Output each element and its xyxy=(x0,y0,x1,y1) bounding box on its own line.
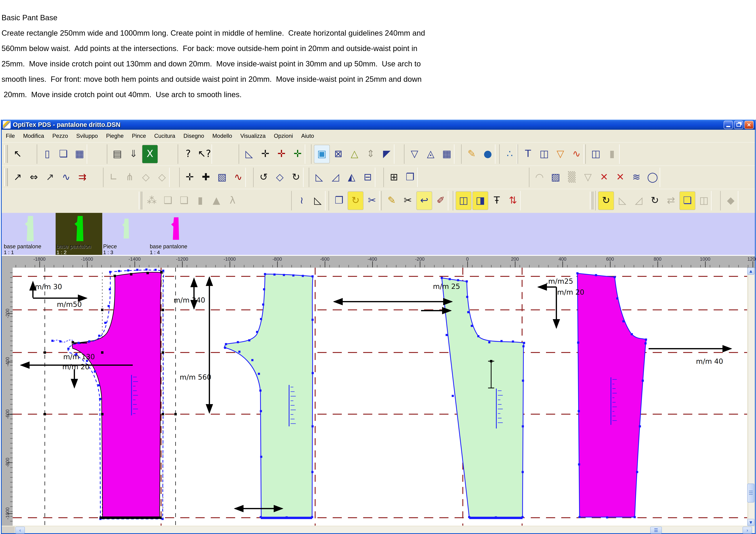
pencil-trace-icon[interactable]: ✎ xyxy=(384,192,399,210)
refresh-piece-icon[interactable]: ↻ xyxy=(598,191,614,210)
split-point-icon[interactable]: ✕ xyxy=(596,168,612,186)
flip-copy-icon[interactable]: ❏ xyxy=(680,191,695,210)
add-point-vertical-icon[interactable]: ✛ xyxy=(258,145,273,163)
menu-pieghe[interactable]: Pieghe xyxy=(102,133,128,139)
toolbar-handle[interactable] xyxy=(4,145,8,163)
draft-mode-icon[interactable]: ✎ xyxy=(464,145,479,163)
piece-back2-magenta[interactable] xyxy=(578,273,646,517)
knife-tool-icon[interactable]: ✐ xyxy=(433,192,448,210)
restore-button[interactable] xyxy=(734,121,743,129)
horizontal-scrollbar[interactable]: ‹ ☰ › xyxy=(2,526,755,533)
measure-square-icon[interactable]: ◺ xyxy=(310,192,326,210)
half-piece-icon[interactable]: ◫ xyxy=(456,191,472,210)
pleat-fold-icon[interactable]: ◫ xyxy=(537,145,552,163)
scroll-left-button[interactable]: ‹ xyxy=(15,527,25,534)
title-bar[interactable]: OptiTex PDS - pantalone dritto.DSN ✕ xyxy=(1,120,756,130)
scroll-right-button[interactable]: › xyxy=(742,527,752,534)
vertical-scroll-thumb[interactable]: ☰ xyxy=(747,484,754,502)
toolbar-handle[interactable] xyxy=(4,168,8,186)
move-point-icon[interactable]: ↗ xyxy=(10,168,25,186)
mirror-horizontal-icon[interactable]: ⊟ xyxy=(360,168,375,186)
fullness-icon[interactable]: ≋ xyxy=(629,168,644,186)
save-document-icon[interactable]: ▦ xyxy=(72,145,87,163)
send-to-plotter-icon[interactable]: ⇓ xyxy=(126,145,141,163)
help-icon[interactable]: ? xyxy=(180,145,196,163)
menu-pezzo[interactable]: Pezzo xyxy=(48,133,72,139)
menu-pince[interactable]: Pince xyxy=(128,133,150,139)
cut-piece-icon[interactable]: ✂ xyxy=(364,192,380,210)
rotate-measure-icon[interactable]: ↻ xyxy=(647,192,662,210)
free-line-icon[interactable]: ∿ xyxy=(230,168,246,186)
dart-tool-icon[interactable]: ▽ xyxy=(407,145,422,163)
close-button[interactable]: ✕ xyxy=(744,121,754,129)
pan-hand-icon[interactable]: ✛ xyxy=(182,168,197,186)
fold-check-icon[interactable]: ↻ xyxy=(348,191,364,210)
piece-front2-green[interactable] xyxy=(442,278,524,517)
inactive-tool-icon[interactable]: ▮ xyxy=(605,145,620,163)
context-help-icon[interactable]: ↖? xyxy=(197,145,212,163)
delete-piece-icon[interactable]: ⊠ xyxy=(331,145,346,163)
world-tool-icon[interactable]: ● xyxy=(480,145,496,163)
horizontal-scroll-thumb[interactable]: ☰ xyxy=(650,527,662,534)
menu-cucitura[interactable]: Cucitura xyxy=(150,133,179,139)
move-piece-icon[interactable]: ⊞ xyxy=(386,168,402,186)
rotate-left-icon[interactable]: ◺ xyxy=(311,168,327,186)
delete-contour-icon[interactable]: △ xyxy=(347,145,362,163)
minimize-button[interactable] xyxy=(724,121,733,129)
fold-arrow-icon[interactable]: ↩ xyxy=(416,191,432,210)
mirror-vertical-icon[interactable]: ◭ xyxy=(344,168,359,186)
pattern-canvas[interactable]: m/m 30m/m50m/m 240m/m 560m/m 130m/m 20m/… xyxy=(13,268,747,526)
gradation-points-icon[interactable]: ∴ xyxy=(502,145,517,163)
piece-thumbnail-2[interactable]: base pantalon1 : 2 xyxy=(56,213,102,255)
swap-curves-icon[interactable]: ⇅ xyxy=(505,192,521,210)
full-piece-icon[interactable]: ◨ xyxy=(472,191,488,210)
notch-tool-icon[interactable]: ▽ xyxy=(553,145,568,163)
spread-tool-icon[interactable]: ⇕ xyxy=(363,145,378,163)
select-tool-icon[interactable]: ↖ xyxy=(10,145,25,163)
piece-back-magenta[interactable] xyxy=(72,272,161,517)
rotate-piece-icon[interactable]: ◇ xyxy=(272,168,287,186)
text-tool-icon[interactable]: T xyxy=(520,145,536,163)
duplicate-piece-icon[interactable]: ❐ xyxy=(402,168,418,186)
add-point-horizontal-icon[interactable]: ✛ xyxy=(274,145,289,163)
vertical-scrollbar[interactable]: ▲ ☰ ▼ xyxy=(748,268,754,526)
piece-thumbnail-1[interactable]: base pantalone1 : 1 xyxy=(3,213,56,255)
piece-thumbnail-3[interactable]: Piece1 : 3 xyxy=(102,213,149,255)
add-point-free-icon[interactable]: ✛ xyxy=(290,145,305,163)
menu-aiuto[interactable]: Aiuto xyxy=(297,133,318,139)
draw-segment-icon[interactable]: ◺ xyxy=(242,145,257,163)
scroll-up-button[interactable]: ▲ xyxy=(747,268,754,275)
menu-file[interactable]: File xyxy=(2,133,19,139)
new-document-icon[interactable]: ▯ xyxy=(40,145,55,163)
hide-text-icon[interactable]: Ŧ xyxy=(489,192,504,210)
toolbar-handle[interactable] xyxy=(139,191,142,210)
export-excel-icon[interactable]: X xyxy=(142,145,158,164)
move-point-horizontal-icon[interactable]: ⇔ xyxy=(26,168,41,186)
move-point-line-icon[interactable]: ↗ xyxy=(42,168,58,186)
merge-point-icon[interactable]: ✕ xyxy=(612,168,628,186)
piece-front-green[interactable] xyxy=(224,274,313,517)
circle-tool-icon[interactable]: ◯ xyxy=(645,168,660,186)
move-point-curve-icon[interactable]: ∿ xyxy=(59,168,74,186)
open-document-icon[interactable]: ❏ xyxy=(56,145,71,163)
cut-line-icon[interactable]: ✂ xyxy=(400,192,416,210)
overlap-copy-icon[interactable]: ❐ xyxy=(332,192,347,210)
seam-allowance-icon[interactable]: ▨ xyxy=(548,168,563,186)
zoom-box-icon[interactable]: ▧ xyxy=(214,168,230,186)
menu-modello[interactable]: Modello xyxy=(208,133,236,139)
rotate-right-icon[interactable]: ◿ xyxy=(328,168,343,186)
piece-thumbnail-4[interactable]: base pantalone1 : 4 xyxy=(149,213,201,255)
rotate-point-icon[interactable]: ↺ xyxy=(256,168,271,186)
menu-sviluppo[interactable]: Sviluppo xyxy=(72,133,102,139)
toolbar-handle[interactable] xyxy=(590,191,593,210)
scroll-down-button[interactable]: ▼ xyxy=(747,519,754,526)
corner-tool-icon[interactable]: ◤ xyxy=(379,145,394,163)
menu-disegno[interactable]: Disegno xyxy=(179,133,208,139)
menu-opzioni[interactable]: Opzioni xyxy=(270,133,297,139)
menu-visualizza[interactable]: Visualizza xyxy=(236,133,270,139)
menu-modifica[interactable]: Modifica xyxy=(19,133,48,139)
waistband-tool-icon[interactable]: ◫ xyxy=(588,145,604,163)
dart-open-icon[interactable]: ◬ xyxy=(423,145,438,163)
pan-zoom-hand-icon[interactable]: ✚ xyxy=(198,168,213,186)
pleats-table-icon[interactable]: ▦ xyxy=(439,145,454,163)
